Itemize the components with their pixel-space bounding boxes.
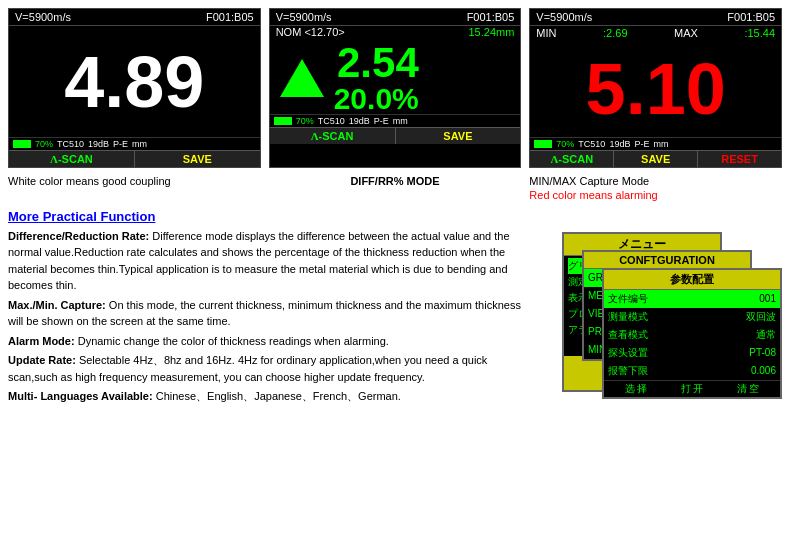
- battery-icon: [13, 140, 31, 148]
- menu-front-body: 文件编号 001 测量模式 双回波 查看模式 通常 探头设置 PT-08: [604, 290, 780, 380]
- panel-3: V=5900m/s F001:B05 MIN :2.69 MAX :15.44 …: [529, 8, 782, 168]
- desc-3-text: Selectable 4Hz、8hz and 16Hz. 4Hz for ord…: [8, 354, 487, 383]
- panel3-model: TC510: [578, 139, 605, 149]
- caption1: White color means good coupling: [8, 174, 261, 203]
- panel2-footer: Λ-SCAN SAVE: [270, 127, 521, 144]
- panel3-unit: mm: [653, 139, 668, 149]
- desc-0-label: Difference/Reduction Rate:: [8, 230, 149, 242]
- panel3-min-value: :2.69: [603, 27, 627, 39]
- menu-front-footer: 选 择 打 开 清 空: [604, 380, 780, 397]
- description-col: Difference/Reduction Rate: Difference mo…: [8, 228, 532, 532]
- panel3-max-label: MAX: [674, 27, 698, 39]
- more-practical-heading: More Practical Function: [0, 207, 790, 228]
- panel2-unit: mm: [393, 116, 408, 126]
- panel1-header: V=5900m/s F001:B05: [9, 9, 260, 26]
- desc-4-label: Multi- Languages Available:: [8, 390, 153, 402]
- captions-row: White color means good coupling DIFF/RR%…: [0, 172, 790, 207]
- desc-3: Update Rate: Selectable 4Hz、8hz and 16Hz…: [8, 352, 532, 385]
- menu-front-item-2: 查看模式 通常: [604, 326, 780, 344]
- panel2-model: TC510: [318, 116, 345, 126]
- panel2-mode: P-E: [374, 116, 389, 126]
- panel1-db: 19dB: [88, 139, 109, 149]
- panel2-header-right: F001:B05: [467, 11, 515, 23]
- panel1-header-left: V=5900m/s: [15, 11, 71, 23]
- menu-front-item-0: 文件编号 001: [604, 290, 780, 308]
- panel1-header-right: F001:B05: [206, 11, 254, 23]
- panel1-ascan-btn[interactable]: Λ-SCAN: [9, 151, 135, 167]
- desc-4-text: Chinese、English、Japanese、French、German.: [153, 390, 401, 402]
- panel1-body: 4.89: [9, 26, 260, 137]
- caption2: DIFF/RR% MODE: [269, 174, 522, 203]
- panel2-nom-row: NOM <12.70> 15.24mm: [270, 26, 521, 38]
- triangle-icon: [280, 59, 324, 97]
- panel3-header-right: F001:B05: [727, 11, 775, 23]
- menu-front-footer-1[interactable]: 打 开: [681, 382, 704, 396]
- panel2-save-btn[interactable]: SAVE: [396, 128, 521, 144]
- panels-row: V=5900m/s F001:B05 4.89 70% TC510 19dB P…: [0, 0, 790, 172]
- panel2-ascan-btn[interactable]: Λ-SCAN: [270, 128, 396, 144]
- panel-1: V=5900m/s F001:B05 4.89 70% TC510 19dB P…: [8, 8, 261, 168]
- panel1-footer: Λ-SCAN SAVE: [9, 150, 260, 167]
- panel2-nom-label: NOM <12.70>: [276, 26, 345, 38]
- panel3-header-left: V=5900m/s: [536, 11, 592, 23]
- panel2-green-numbers: 2.54 20.0%: [334, 42, 419, 114]
- caption3-line1: MIN/MAX Capture Mode: [529, 175, 649, 187]
- panel1-status: 70% TC510 19dB P-E mm: [9, 137, 260, 150]
- menu-front-footer-2[interactable]: 清 空: [737, 382, 760, 396]
- panel3-db: 19dB: [609, 139, 630, 149]
- panel1-save-btn[interactable]: SAVE: [135, 151, 260, 167]
- caption3: MIN/MAX Capture Mode Red color means ala…: [529, 174, 782, 203]
- panel1-main-value: 4.89: [64, 46, 204, 118]
- bottom-section: Difference/Reduction Rate: Difference mo…: [0, 228, 790, 536]
- panel2-header: V=5900m/s F001:B05: [270, 9, 521, 26]
- panel3-header: V=5900m/s F001:B05: [530, 9, 781, 26]
- panel3-ascan-btn[interactable]: Λ-SCAN: [530, 151, 614, 167]
- desc-1-label: Max./Min. Capture:: [8, 299, 106, 311]
- desc-2-text: Dynamic change the color of thickness re…: [75, 335, 389, 347]
- panel2-db: 19dB: [349, 116, 370, 126]
- panel2-pct-value: 20.0%: [334, 84, 419, 114]
- panel3-mode: P-E: [634, 139, 649, 149]
- panel2-status: 70% TC510 19dB P-E mm: [270, 114, 521, 127]
- panel3-min-label: MIN: [536, 27, 556, 39]
- menu-stack: メニュー グリ 測定 表示 プロ アラ: [562, 232, 782, 432]
- panel3-minmax-row: MIN :2.69 MAX :15.44: [530, 26, 781, 40]
- menu-front-item-4: 报警下限 0.006: [604, 362, 780, 380]
- panel3-footer: Λ-SCAN SAVE RESET: [530, 150, 781, 167]
- panel2-status-pct: 70%: [296, 116, 314, 126]
- menu-col: メニュー グリ 測定 表示 プロ アラ: [542, 228, 782, 532]
- menu-mid-title: CONFTGURATION: [584, 252, 750, 269]
- panel3-status: 70% TC510 19dB P-E mm: [530, 137, 781, 150]
- panel1-unit: mm: [132, 139, 147, 149]
- panel3-main-value: 5.10: [586, 53, 726, 125]
- menu-front-title: 参数配置: [604, 270, 780, 290]
- panel2-diff-value: 2.54: [337, 42, 419, 84]
- menu-front-panel: 参数配置 文件编号 001 测量模式 双回波 查看模式 通常: [602, 268, 782, 399]
- desc-0: Difference/Reduction Rate: Difference mo…: [8, 228, 532, 294]
- panel-2: V=5900m/s F001:B05 NOM <12.70> 15.24mm 2…: [269, 8, 522, 168]
- menu-front-footer-0[interactable]: 选 择: [625, 382, 648, 396]
- battery-icon2: [274, 117, 292, 125]
- desc-4: Multi- Languages Available: Chinese、Engl…: [8, 388, 532, 405]
- panel3-save-btn[interactable]: SAVE: [614, 151, 698, 167]
- panel3-max-value: :15.44: [744, 27, 775, 39]
- panel1-status-text: 70%: [35, 139, 53, 149]
- panel2-nom-value: 15.24mm: [468, 26, 514, 38]
- panel1-model: TC510: [57, 139, 84, 149]
- panel3-status-pct: 70%: [556, 139, 574, 149]
- desc-3-label: Update Rate:: [8, 354, 76, 366]
- menu-front-item-1: 测量模式 双回波: [604, 308, 780, 326]
- desc-2-label: Alarm Mode:: [8, 335, 75, 347]
- battery-icon3: [534, 140, 552, 148]
- desc-1: Max./Min. Capture: On this mode, the cur…: [8, 297, 532, 330]
- caption3-line2: Red color means alarming: [529, 189, 657, 201]
- panel3-reset-btn[interactable]: RESET: [698, 151, 781, 167]
- panel2-main-area: 2.54 20.0%: [270, 42, 521, 114]
- menu-front-item-3: 探头设置 PT-08: [604, 344, 780, 362]
- desc-2: Alarm Mode: Dynamic change the color of …: [8, 333, 532, 350]
- panel3-body: 5.10: [530, 40, 781, 137]
- panel2-header-left: V=5900m/s: [276, 11, 332, 23]
- panel1-mode: P-E: [113, 139, 128, 149]
